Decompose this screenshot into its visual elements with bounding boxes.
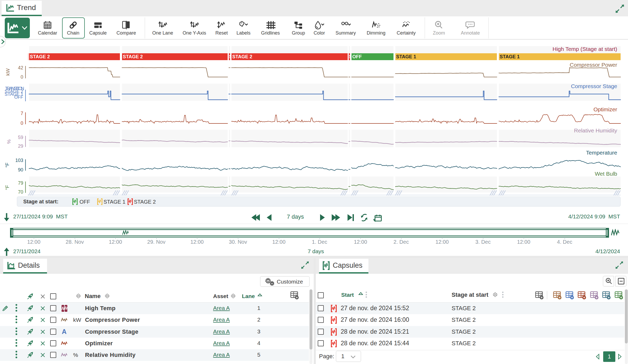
svg-text:79: 79 bbox=[18, 180, 23, 186]
svg-text:Relative Humidity: Relative Humidity bbox=[574, 127, 617, 133]
svg-text:Compressor Power: Compressor Power bbox=[570, 62, 617, 68]
svg-text:%: % bbox=[6, 139, 12, 144]
svg-text:103: 103 bbox=[15, 158, 23, 163]
svg-text:STAGE 2: STAGE 2 bbox=[232, 54, 252, 59]
svg-text:Compressor Stage: Compressor Stage bbox=[571, 83, 617, 89]
svg-text:STAGE 2: STAGE 2 bbox=[30, 54, 50, 59]
svg-text:0: 0 bbox=[21, 74, 23, 80]
svg-text:70: 70 bbox=[18, 189, 23, 195]
svg-text:Optimizer: Optimizer bbox=[593, 106, 617, 112]
svg-text:High Temp (Stage at start): High Temp (Stage at start) bbox=[552, 46, 617, 52]
svg-text:STAGE 1: STAGE 1 bbox=[396, 54, 416, 59]
svg-text:7: 7 bbox=[21, 111, 23, 116]
svg-text:STAGE 1: STAGE 1 bbox=[500, 54, 520, 59]
svg-text:29: 29 bbox=[18, 143, 23, 149]
svg-text:kW: kW bbox=[5, 68, 11, 76]
svg-text:STAGE 2: STAGE 2 bbox=[123, 54, 143, 59]
svg-text:Wet Bulb: Wet Bulb bbox=[595, 171, 617, 177]
svg-text:°F: °F bbox=[4, 162, 10, 167]
svg-text:42: 42 bbox=[18, 65, 23, 70]
svg-text:59: 59 bbox=[18, 135, 23, 140]
svg-text:°F: °F bbox=[4, 185, 10, 190]
svg-text:90: 90 bbox=[18, 167, 23, 173]
svg-text:OFF: OFF bbox=[352, 54, 362, 59]
svg-text:Temperature: Temperature bbox=[586, 150, 617, 156]
svg-text:0: 0 bbox=[21, 121, 23, 126]
svg-text:OFF: OFF bbox=[14, 95, 23, 100]
